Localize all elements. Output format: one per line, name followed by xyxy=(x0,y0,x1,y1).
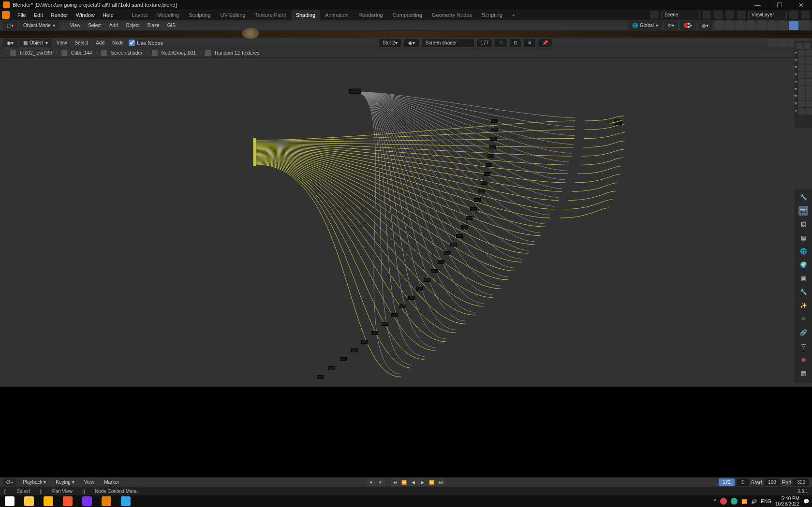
render-menu[interactable]: Render xyxy=(47,10,72,20)
prop-particles-icon[interactable]: ✨ xyxy=(798,301,808,310)
tray-chevron-icon[interactable]: ^ xyxy=(714,499,717,504)
prop-scene-icon[interactable]: 🌐 xyxy=(798,246,808,256)
node-box[interactable] xyxy=(431,269,438,273)
jump-start-button[interactable]: ⏮ xyxy=(391,478,399,486)
material-unlink-icon[interactable]: ✕ xyxy=(523,39,536,47)
wireframe-shading[interactable] xyxy=(746,21,756,30)
material-name-field[interactable]: Screen shader xyxy=(421,39,474,47)
breadcrumb-group2[interactable]: Random 12 Textures xyxy=(215,50,259,56)
proportional-dropdown[interactable]: ◎▾ xyxy=(698,21,712,30)
node-box[interactable] xyxy=(456,234,463,238)
node-box[interactable] xyxy=(491,128,498,131)
node-box[interactable] xyxy=(484,172,490,176)
node-mode-dropdown[interactable]: ▦ Object ▾ xyxy=(19,39,52,47)
prop-data-icon[interactable]: ▽ xyxy=(798,341,808,351)
node-box[interactable] xyxy=(478,189,485,193)
node-box[interactable] xyxy=(491,119,498,123)
snap-dropdown[interactable]: 🧲▾ xyxy=(680,21,696,30)
node-box[interactable] xyxy=(481,181,487,185)
edit-menu[interactable]: Edit xyxy=(30,10,47,20)
node-box[interactable] xyxy=(424,278,430,282)
breadcrumb-object[interactable]: tv.002_low.039 xyxy=(20,50,52,56)
preview-range-toggle[interactable]: ⏲ xyxy=(737,478,749,486)
filter-icon[interactable] xyxy=(796,43,803,49)
material-browse-icon[interactable]: ◉▾ xyxy=(404,39,419,47)
material-users[interactable]: 177 xyxy=(476,39,493,47)
node-box[interactable] xyxy=(444,251,451,255)
gizmo-toggle[interactable] xyxy=(714,21,724,30)
window-menu[interactable]: Window xyxy=(72,10,99,20)
start-frame-field[interactable]: 100 xyxy=(764,478,780,486)
prop-object-icon[interactable]: ▣ xyxy=(798,274,808,283)
notifications-icon[interactable]: 💬 xyxy=(803,499,809,504)
prop-physics-icon[interactable]: ⚛ xyxy=(798,314,808,324)
tab-shading[interactable]: Shading xyxy=(291,10,320,20)
node-box[interactable] xyxy=(461,225,468,229)
node-box[interactable] xyxy=(361,340,368,344)
autokey-toggle[interactable]: ● xyxy=(367,478,376,486)
scene-pin-icon[interactable] xyxy=(702,11,711,19)
breadcrumb-mesh[interactable]: Cube.144 xyxy=(71,50,92,56)
breadcrumb-group1[interactable]: NodeGroup.001 xyxy=(162,50,196,56)
prop-material-icon[interactable]: ◉ xyxy=(798,355,808,364)
scene-copy-icon[interactable] xyxy=(714,11,723,19)
restrict-icon[interactable] xyxy=(804,43,811,49)
solid-shading[interactable] xyxy=(757,21,767,30)
rendered-shading[interactable] xyxy=(778,21,788,30)
node-box[interactable] xyxy=(351,348,358,352)
node-box[interactable] xyxy=(399,304,406,308)
keyframe-prev-button[interactable]: ⏪ xyxy=(400,478,409,486)
overlay-toggle[interactable] xyxy=(725,21,735,30)
tab-rendering[interactable]: Rendering xyxy=(354,10,388,20)
wifi-icon[interactable]: 📶 xyxy=(741,499,747,504)
language-indicator[interactable]: ENG xyxy=(761,499,771,504)
blaze-menu[interactable]: Blaze xyxy=(145,23,162,28)
viewport-3d[interactable] xyxy=(0,31,812,38)
blender-logo-icon[interactable] xyxy=(2,11,10,19)
blender-taskbar-icon[interactable] xyxy=(97,495,116,507)
prop-render-icon[interactable]: 📷 xyxy=(798,206,808,216)
timeline-editor-dropdown[interactable]: ⏱▾ xyxy=(3,478,16,486)
tab-modeling[interactable]: Modeling xyxy=(153,10,184,20)
node-box[interactable] xyxy=(487,154,494,158)
explorer-icon[interactable] xyxy=(19,495,39,507)
viewlayer-new-icon[interactable] xyxy=(789,11,798,19)
keyframe-next-button[interactable]: ⏩ xyxy=(428,478,436,486)
pause-button[interactable] xyxy=(789,21,798,30)
prop-texture-icon[interactable]: ▦ xyxy=(798,368,808,378)
scene-delete-icon[interactable] xyxy=(725,11,734,19)
orientation-dropdown[interactable]: 🌐 Global ▾ xyxy=(628,21,662,30)
app-icon-2[interactable] xyxy=(77,495,97,507)
node-box[interactable] xyxy=(317,375,324,379)
node-view-menu[interactable]: View xyxy=(54,40,70,45)
node-toggle-2[interactable] xyxy=(778,39,788,47)
node-box[interactable] xyxy=(450,243,457,246)
viewlayer-icon[interactable] xyxy=(737,11,746,19)
keying-menu[interactable]: Keying ▾ xyxy=(53,479,77,485)
node-box[interactable] xyxy=(408,296,415,300)
viewlayer-delete-icon[interactable] xyxy=(801,11,810,19)
node-node-menu[interactable]: Node xyxy=(109,40,127,45)
tab-geometry-nodes[interactable]: Geometry Nodes xyxy=(427,10,477,20)
end-frame-field[interactable]: 300 xyxy=(793,478,809,486)
tab-animation[interactable]: Animation xyxy=(320,10,354,20)
visibility-icon[interactable] xyxy=(798,50,805,57)
playback-menu[interactable]: Playback ▾ xyxy=(20,479,49,485)
close-button[interactable]: ✕ xyxy=(790,0,812,10)
prop-world-icon[interactable]: 🌍 xyxy=(798,260,808,270)
node-box[interactable] xyxy=(470,207,477,211)
gis-menu[interactable]: GIS xyxy=(164,23,178,28)
node-box[interactable] xyxy=(486,163,492,167)
fake-user-icon[interactable]: ♡ xyxy=(495,39,508,47)
app-icon-1[interactable] xyxy=(39,495,58,507)
pivot-dropdown[interactable]: ⊙▾ xyxy=(664,21,678,30)
maximize-button[interactable]: ☐ xyxy=(768,0,790,10)
node-box[interactable] xyxy=(391,313,398,317)
prop-modifier-icon[interactable]: 🔧 xyxy=(798,287,808,297)
node-editor-type-dropdown[interactable]: ◉▾ xyxy=(3,39,17,47)
node-box[interactable] xyxy=(371,331,378,335)
scene-field[interactable]: Scene xyxy=(661,11,700,19)
current-frame-field[interactable]: 172 xyxy=(719,478,735,486)
properties-panel[interactable]: 🔧 📷 🖼 ▦ 🌐 🌍 ▣ 🔧 ✨ ⚛ 🔗 ▽ ◉ ▦ xyxy=(795,189,812,383)
minimize-button[interactable]: — xyxy=(747,0,768,10)
